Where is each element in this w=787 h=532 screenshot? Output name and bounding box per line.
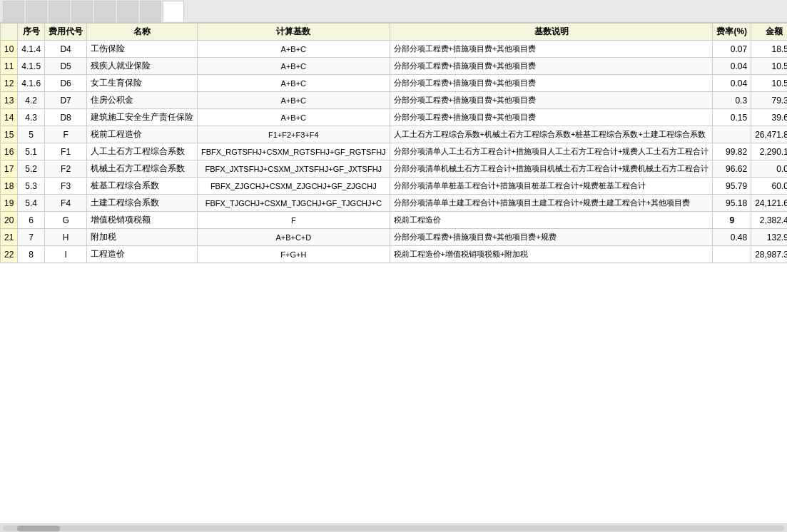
cell-name: 住房公积金 xyxy=(87,92,198,109)
cell-seq: 17 xyxy=(1,160,18,178)
cell-seq: 10 xyxy=(1,41,18,58)
cell-desc: 分部分项清单单土建工程合计+措施项目土建工程合计+规费土建工程合计+其他项目费 xyxy=(390,195,713,212)
table-row[interactable]: 10 4.1.4 D4 工伤保险 A+B+C 分部分项工程费+措施项目费+其他项… xyxy=(1,41,788,58)
cell-desc: 分部分项工程费+措施项目费+其他项目费 xyxy=(390,41,713,58)
cell-rate: 0.3 xyxy=(713,92,751,109)
cell-rate: 0.07 xyxy=(713,41,751,58)
cell-no: 4.1.6 xyxy=(18,75,45,92)
table-row[interactable]: 11 4.1.5 D5 残疾人就业保险 A+B+C 分部分项工程费+措施项目费+… xyxy=(1,58,788,75)
cell-seq: 16 xyxy=(1,143,18,160)
cell-base: F1+F2+F3+F4 xyxy=(198,126,390,143)
cell-desc: 分部分项清单人工土石方工程合计+措施项目人工土石方工程合计+规费人工土石方工程合… xyxy=(390,143,713,160)
cell-base: A+B+C xyxy=(198,109,390,126)
cell-name: 工伤保险 xyxy=(87,41,198,58)
cell-amount: 2,290.10 xyxy=(751,143,787,160)
cell-base: F+G+H xyxy=(198,246,390,263)
cell-name: 土建工程综合系数 xyxy=(87,195,198,212)
cell-rate: 95.79 xyxy=(713,178,751,195)
cell-amount: 10.58 xyxy=(751,58,787,75)
table-row[interactable]: 20 6 G 增值税销项税额 F 税前工程造价 9 2,382.47 增值税 xyxy=(1,212,788,229)
cell-rate xyxy=(713,246,751,263)
table-row[interactable]: 22 8 I 工程造价 F+G+H 税前工程造价+增值税销项税额+附加税 28,… xyxy=(1,246,788,263)
cell-base: A+B+C+D xyxy=(198,229,390,246)
cell-amount: 10.58 xyxy=(751,75,787,92)
tab-zaojia[interactable] xyxy=(3,1,24,22)
cell-seq: 18 xyxy=(1,178,18,195)
col-header-base: 计算基数 xyxy=(198,24,390,41)
cell-base: A+B+C xyxy=(198,58,390,75)
scrollbar-track[interactable] xyxy=(3,526,784,531)
cell-amount: 26,471.87 xyxy=(751,126,787,143)
top-bar xyxy=(0,0,787,23)
cell-no: 4.3 xyxy=(18,109,45,126)
col-header-code: 费用代号 xyxy=(45,24,87,41)
cell-amount: 2,382.47 xyxy=(751,212,787,229)
tab-feiyong[interactable] xyxy=(163,1,184,22)
cell-no: 4.1.4 xyxy=(18,41,45,58)
cell-rate xyxy=(713,126,751,143)
table-row[interactable]: 21 7 H 附加税 A+B+C+D 分部分项工程费+措施项目费+其他项目费+规… xyxy=(1,229,788,246)
cell-code: D4 xyxy=(45,41,87,58)
cell-code: F4 xyxy=(45,195,87,212)
cell-name: 残疾人就业保险 xyxy=(87,58,198,75)
cell-no: 5 xyxy=(18,126,45,143)
cell-name: 税前工程造价 xyxy=(87,126,198,143)
cell-rate[interactable]: 9 xyxy=(713,212,751,229)
table-row[interactable]: 13 4.2 D7 住房公积金 A+B+C 分部分项工程费+措施项目费+其他项目… xyxy=(1,92,788,109)
cost-table: 序号 费用代号 名称 计算基数 基数说明 费率(%) 金额 10 4.1.4 D… xyxy=(0,23,787,263)
col-header-desc: 基数说明 xyxy=(390,24,713,41)
cell-rate: 0.04 xyxy=(713,75,751,92)
cell-desc: 分部分项工程费+措施项目费+其他项目费 xyxy=(390,75,713,92)
cell-amount: 24,121.68 xyxy=(751,195,787,212)
table-row[interactable]: 16 5.1 F1 人工土石方工程综合系数 FBFX_RGTSFHJ+CSXM_… xyxy=(1,143,788,160)
cell-code: D6 xyxy=(45,75,87,92)
cell-name: 机械土石方工程综合系数 xyxy=(87,160,198,178)
tab-gongcheng[interactable] xyxy=(26,1,47,22)
cell-seq: 20 xyxy=(1,212,18,229)
cell-name: 建筑施工安全生产责任保险 xyxy=(87,109,198,126)
cell-seq: 12 xyxy=(1,75,18,92)
cell-no: 6 xyxy=(18,212,45,229)
cell-desc: 税前工程造价 xyxy=(390,212,713,229)
cell-rate: 99.82 xyxy=(713,143,751,160)
cell-seq: 14 xyxy=(1,109,18,126)
tab-fenbufenxiang[interactable] xyxy=(71,1,93,22)
cell-amount: 79.33 xyxy=(751,92,787,109)
table-row[interactable]: 12 4.1.6 D6 女工生育保险 A+B+C 分部分项工程费+措施项目费+其… xyxy=(1,75,788,92)
table-row[interactable]: 18 5.3 F3 桩基工程综合系数 FBFX_ZJGCHJ+CSXM_ZJGC… xyxy=(1,178,788,195)
cell-amount: 132.96 xyxy=(751,229,787,246)
table-row[interactable]: 17 5.2 F2 机械土石方工程综合系数 FBFX_JXTSFHJ+CSXM_… xyxy=(1,160,788,178)
cell-name: 人工土石方工程综合系数 xyxy=(87,143,198,160)
cell-base: FBFX_RGTSFHJ+CSXM_RGTSFHJ+GF_RGTSFHJ xyxy=(198,143,390,160)
cell-rate: 95.18 xyxy=(713,195,751,212)
table-row[interactable]: 15 5 F 税前工程造价 F1+F2+F3+F4 人工土石方工程综合系数+机械… xyxy=(1,126,788,143)
tab-rencaiji[interactable] xyxy=(140,1,161,22)
col-header-amount: 金额 xyxy=(751,24,787,41)
cell-base: FBFX_TJGCHJ+CSXM_TJGCHJ+GF_TJGCHJ+C xyxy=(198,195,390,212)
table-wrapper[interactable]: 序号 费用代号 名称 计算基数 基数说明 费率(%) 金额 10 4.1.4 D… xyxy=(0,23,787,523)
cell-base: A+B+C xyxy=(198,92,390,109)
tab-cuoshi[interactable] xyxy=(94,1,116,22)
cell-code: H xyxy=(45,229,87,246)
cell-desc: 分部分项清单单桩基工程合计+措施项目桩基工程合计+规费桩基工程合计 xyxy=(390,178,713,195)
horizontal-scrollbar[interactable] xyxy=(0,523,787,532)
table-row[interactable]: 19 5.4 F4 土建工程综合系数 FBFX_TJGCHJ+CSXM_TJGC… xyxy=(1,195,788,212)
tab-qufei[interactable] xyxy=(49,1,70,22)
cell-no: 5.3 xyxy=(18,178,45,195)
cell-seq: 11 xyxy=(1,58,18,75)
cell-amount: 39.67 xyxy=(751,109,787,126)
scrollbar-thumb[interactable] xyxy=(17,526,60,531)
cell-rate: 96.62 xyxy=(713,160,751,178)
cell-no: 5.4 xyxy=(18,195,45,212)
cell-amount: 28,987.30 xyxy=(751,246,787,263)
table-row[interactable]: 14 4.3 D8 建筑施工安全生产责任保险 A+B+C 分部分项工程费+措施项… xyxy=(1,109,788,126)
cell-code: D8 xyxy=(45,109,87,126)
cell-base: F xyxy=(198,212,390,229)
cell-name: 女工生育保险 xyxy=(87,75,198,92)
cell-desc: 分部分项工程费+措施项目费+其他项目费+规费 xyxy=(390,229,713,246)
cell-desc: 分部分项清单机械土石方工程合计+措施项目机械土石方工程合计+规费机械土石方工程合… xyxy=(390,160,713,178)
cell-rate: 0.48 xyxy=(713,229,751,246)
cell-base: FBFX_JXTSFHJ+CSXM_JXTSFHJ+GF_JXTSFHJ xyxy=(198,160,390,178)
cell-base: FBFX_ZJGCHJ+CSXM_ZJGCHJ+GF_ZJGCHJ xyxy=(198,178,390,195)
tab-qita[interactable] xyxy=(117,1,138,22)
